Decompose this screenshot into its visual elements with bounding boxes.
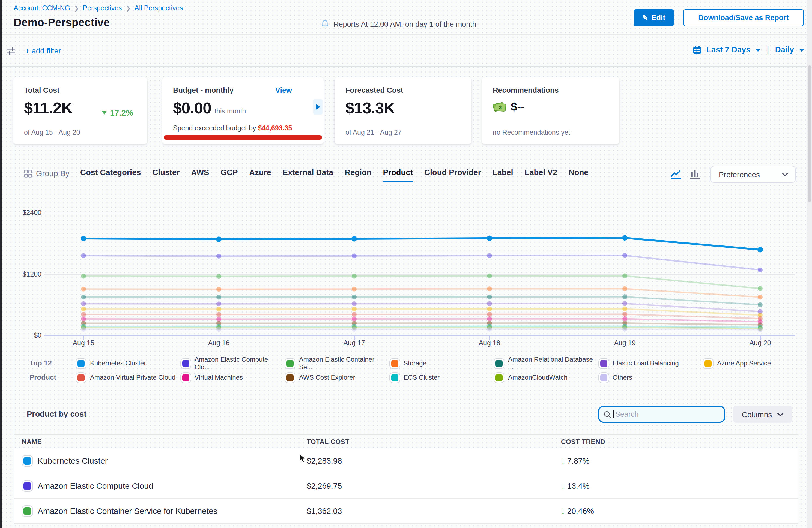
preferences-dropdown[interactable]: Preferences: [710, 166, 796, 183]
scrollbar-thumb[interactable]: [808, 65, 811, 202]
scrollbar-track[interactable]: [807, 0, 812, 528]
search-input[interactable]: Search: [598, 406, 725, 423]
tab-label[interactable]: Label: [493, 168, 513, 180]
budget-value: $0.00this month: [173, 99, 246, 117]
column-header-cost-trend[interactable]: COST TREND: [561, 438, 605, 446]
legend-label: Amazon Relational Database ...: [508, 356, 598, 371]
bar-chart-icon[interactable]: [689, 169, 700, 180]
legend-item-amazoncloudwatch[interactable]: AmazonCloudWatch: [493, 373, 598, 381]
breadcrumb-perspectives[interactable]: Perspectives: [83, 4, 122, 12]
chart-canvas[interactable]: [0, 202, 812, 360]
columns-label: Columns: [742, 410, 772, 419]
legend-item-ecs-cluster[interactable]: ECS Cluster: [389, 373, 493, 381]
legend-item-others[interactable]: Others: [598, 373, 702, 381]
chart-legend: Kubernetes ClusterAmazon Elastic Compute…: [75, 356, 807, 384]
row-cost-trend: ↓13.4%: [561, 482, 590, 490]
left-edge-strip: [0, 0, 1, 528]
legend-item-amazon-virtual-private-cloud[interactable]: Amazon Virtual Private Cloud: [75, 373, 180, 381]
tab-cloud-provider[interactable]: Cloud Provider: [424, 168, 481, 180]
edit-button[interactable]: ✎ Edit: [634, 9, 674, 26]
chevron-down-icon: [799, 48, 804, 52]
download-button-label: Download/Save as Report: [698, 14, 789, 22]
edit-button-label: Edit: [651, 14, 665, 22]
legend-swatch: [600, 360, 607, 367]
search-placeholder: Search: [615, 410, 639, 419]
legend-item-amazon-elastic-compute-clo[interactable]: Amazon Elastic Compute Clo...: [180, 356, 284, 371]
time-controls: Last 7 Days | Daily: [692, 45, 804, 55]
recommendations-note: no Recommendations yet: [493, 129, 570, 136]
row-color-swatch: [24, 482, 31, 490]
budget-suffix: this month: [215, 107, 246, 115]
legend-swatch: [77, 360, 85, 367]
filter-bar: + add filter Last 7 Days | Daily: [0, 34, 812, 67]
legend-item-azure-app-service[interactable]: Azure App Service: [702, 360, 807, 367]
total-cost-card: Total Cost $11.2K 17.2% of Aug 15 - Aug …: [13, 77, 147, 144]
legend-item-virtual-machines[interactable]: Virtual Machines: [180, 373, 284, 381]
left-rail-divider: [14, 67, 14, 528]
forecasted-cost-card: Forecasted Cost $13.3K of Aug 21 - Aug 2…: [334, 77, 472, 144]
tab-cluster[interactable]: Cluster: [152, 168, 179, 180]
change-percent: 17.2%: [110, 108, 133, 117]
total-cost-change: 17.2%: [102, 108, 133, 117]
tab-external-data[interactable]: External Data: [283, 168, 333, 180]
tab-aws[interactable]: AWS: [191, 168, 209, 180]
granularity-selector[interactable]: Daily: [775, 45, 794, 54]
tab-cost-categories[interactable]: Cost Categories: [80, 168, 141, 180]
grid-icon: [24, 170, 32, 178]
legend-item-storage[interactable]: Storage: [389, 360, 493, 367]
legend-item-amazon-relational-database[interactable]: Amazon Relational Database ...: [493, 356, 598, 371]
legend-label: Azure App Service: [717, 360, 771, 367]
series-kubernetes-cluster: [81, 235, 763, 252]
breadcrumb-account[interactable]: Account: CCM-NG: [14, 4, 70, 12]
group-by-tabs: Cost CategoriesClusterAWSGCPAzureExterna…: [80, 168, 588, 182]
budget-expand-button[interactable]: [313, 99, 322, 115]
series-amazon-elastic-compute-clo: [81, 253, 763, 273]
filter-sliders-icon[interactable]: [6, 46, 16, 56]
trend-percent: 7.87%: [567, 457, 590, 465]
legend-label: Storage: [404, 360, 426, 367]
legend-swatch: [182, 360, 189, 367]
tab-none[interactable]: None: [569, 168, 589, 180]
breadcrumb-all-perspectives[interactable]: All Perspectives: [134, 4, 183, 12]
divider: |: [767, 45, 769, 55]
forecast-value: $13.3K: [345, 99, 395, 117]
column-header-total-cost[interactable]: TOTAL COST: [307, 438, 349, 446]
budget-view-link[interactable]: View: [275, 86, 292, 94]
tab-product[interactable]: Product: [383, 168, 413, 182]
legend-item-kubernetes-cluster[interactable]: Kubernetes Cluster: [75, 360, 180, 367]
ccm-perspective-page: Account: CCM-NG ❯ Perspectives ❯ All Per…: [0, 0, 812, 528]
legend-item-elastic-load-balancing[interactable]: Elastic Load Balancing: [598, 360, 702, 367]
legend-label: Others: [612, 373, 632, 381]
tab-region[interactable]: Region: [345, 168, 371, 180]
tab-gcp[interactable]: GCP: [220, 168, 238, 180]
table-row-kubernetes-cluster[interactable]: Kubernetes Cluster$2,283.98↓7.87%: [14, 449, 798, 473]
search-icon: [604, 410, 611, 418]
table-row-amazon-elastic-container-service-for-kubernetes[interactable]: Amazon Elastic Container Service for Kub…: [14, 499, 798, 524]
columns-dropdown[interactable]: Columns: [734, 406, 792, 423]
legend-swatch: [600, 374, 607, 381]
pencil-icon: ✎: [642, 14, 648, 22]
reports-note-text: Reports At 12:00 AM, on day 1 of the mon…: [333, 20, 476, 28]
column-header-name[interactable]: NAME: [22, 438, 42, 446]
table-row-amazon-elastic-compute-cloud[interactable]: Amazon Elastic Compute Cloud$2,269.75↓13…: [14, 473, 798, 499]
add-filter-button[interactable]: + add filter: [25, 46, 61, 55]
row-color-swatch: [24, 457, 31, 465]
legend-label: Amazon Elastic Container Se...: [299, 356, 389, 371]
download-save-report-button[interactable]: Download/Save as Report: [683, 9, 804, 26]
legend-label: Virtual Machines: [194, 373, 243, 381]
table-body: Kubernetes Cluster$2,283.98↓7.87%Amazon …: [14, 449, 798, 524]
trend-percent: 13.4%: [567, 482, 590, 490]
group-by-label: Group By: [24, 169, 70, 178]
legend-item-aws-cost-explorer[interactable]: AWS Cost Explorer: [284, 373, 389, 381]
legend-title-line1: Top 12: [29, 356, 56, 370]
tab-azure[interactable]: Azure: [249, 168, 271, 180]
arrow-down-icon: ↓: [561, 507, 565, 515]
legend-item-amazon-elastic-container-se[interactable]: Amazon Elastic Container Se...: [284, 356, 389, 371]
card-title: Total Cost: [24, 86, 59, 94]
recommendations-card: Recommendations $ $-- no Recommendations…: [482, 77, 619, 144]
line-chart-icon[interactable]: [671, 169, 682, 180]
tab-label-v2[interactable]: Label V2: [525, 168, 557, 180]
series-elastic-load-balancing: [81, 301, 763, 314]
date-range-selector[interactable]: Last 7 Days: [707, 45, 750, 54]
legend-title: Top 12 Product: [29, 356, 56, 384]
